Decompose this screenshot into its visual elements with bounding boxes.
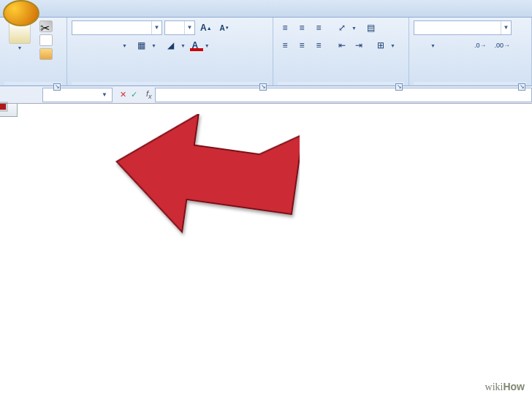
group-clipboard: ▼ ✂ ↘ bbox=[0, 18, 67, 86]
format-painter-icon[interactable] bbox=[39, 48, 53, 60]
group-alignment: ≡ ≡ ≡ ⤢▼ ▤ ≡ ≡ ≡ ⇤ ⇥ ⊞▼ bbox=[273, 18, 409, 86]
font-dialog-launcher[interactable]: ↘ bbox=[259, 83, 267, 91]
align-left-button[interactable]: ≡ bbox=[278, 38, 292, 53]
group-font: ▼ ▼ A▲ A▼ ▼ ▦▼ ◢ ▼ A ▼ bbox=[67, 18, 273, 86]
fill-color-button[interactable]: ◢ bbox=[164, 38, 178, 53]
group-number: ▼ ▼ .0→ .00→ ↘ bbox=[409, 18, 532, 86]
border-button[interactable]: ▦ bbox=[134, 38, 149, 53]
enter-formula-icon[interactable]: ✓ bbox=[131, 90, 137, 99]
copy-icon[interactable] bbox=[39, 34, 53, 46]
wrap-text-button[interactable]: ▤ bbox=[364, 20, 379, 35]
ribbon-tabs bbox=[0, 0, 532, 18]
decrease-decimal-button[interactable]: .00→ bbox=[491, 38, 513, 53]
increase-indent-button[interactable]: ⇥ bbox=[352, 38, 366, 53]
formula-bar-input[interactable] bbox=[155, 88, 532, 102]
font-size-combo[interactable]: ▼ bbox=[164, 20, 195, 35]
orientation-button[interactable]: ⤢ bbox=[335, 20, 349, 35]
bucket-icon: ◢ bbox=[167, 40, 174, 50]
select-all-corner[interactable] bbox=[0, 104, 18, 117]
alignment-dialog-launcher[interactable]: ↘ bbox=[395, 83, 403, 91]
bold-button[interactable] bbox=[72, 38, 86, 53]
name-box-input[interactable] bbox=[43, 91, 97, 99]
italic-button[interactable] bbox=[88, 38, 103, 53]
font-name-combo[interactable]: ▼ bbox=[72, 20, 162, 35]
office-button[interactable] bbox=[3, 0, 39, 26]
clipboard-dialog-launcher[interactable]: ↘ bbox=[53, 83, 61, 91]
grow-font-button[interactable]: A▲ bbox=[197, 20, 215, 35]
align-middle-button[interactable]: ≡ bbox=[294, 20, 309, 35]
chevron-down-icon[interactable]: ▼ bbox=[97, 91, 112, 98]
increase-decimal-button[interactable]: .0→ bbox=[471, 38, 490, 53]
percent-button[interactable] bbox=[438, 38, 452, 53]
ribbon: ▼ ✂ ↘ ▼ ▼ A▲ A▼ bbox=[0, 18, 532, 86]
cancel-formula-icon[interactable]: ✕ bbox=[120, 90, 126, 99]
number-format-combo[interactable]: ▼ bbox=[414, 20, 512, 35]
group-label-number: ↘ bbox=[414, 82, 527, 85]
align-right-button[interactable]: ≡ bbox=[311, 38, 326, 53]
cut-icon[interactable]: ✂ bbox=[39, 20, 53, 32]
align-center-button[interactable]: ≡ bbox=[294, 38, 309, 53]
group-label-font: ↘ bbox=[72, 82, 268, 85]
font-color-button[interactable]: A bbox=[188, 38, 202, 53]
arrow-annotation-icon bbox=[110, 114, 300, 238]
group-label-alignment: ↘ bbox=[278, 82, 404, 85]
currency-button[interactable] bbox=[414, 38, 428, 53]
number-dialog-launcher[interactable]: ↘ bbox=[518, 83, 525, 91]
decrease-indent-button[interactable]: ⇤ bbox=[335, 38, 349, 53]
group-label-clipboard: ↘ bbox=[4, 82, 62, 85]
merge-center-button[interactable]: ⊞ bbox=[373, 38, 388, 53]
align-top-button[interactable]: ≡ bbox=[278, 20, 292, 35]
align-bottom-button[interactable]: ≡ bbox=[311, 20, 326, 35]
shrink-font-button[interactable]: A▼ bbox=[217, 20, 232, 35]
fx-icon[interactable]: fx bbox=[146, 89, 152, 100]
watermark: wikiHow bbox=[485, 381, 525, 393]
underline-button[interactable] bbox=[105, 38, 120, 53]
comma-button[interactable] bbox=[455, 38, 469, 53]
